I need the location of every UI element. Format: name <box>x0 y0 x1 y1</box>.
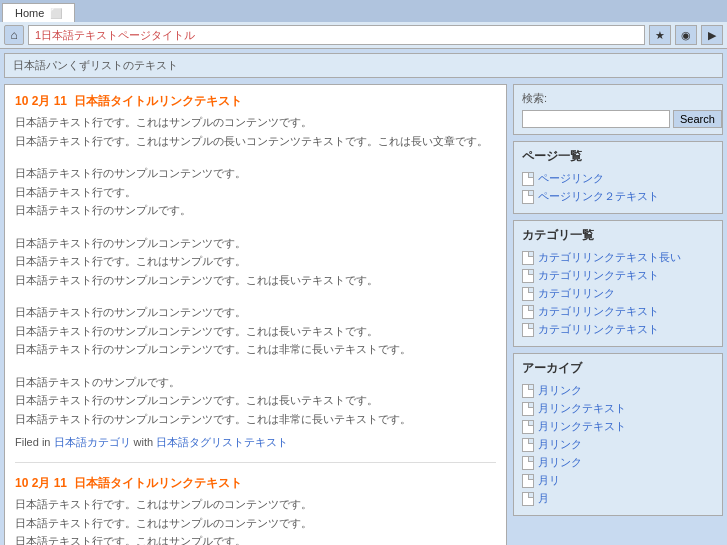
list-item: カテゴリリンクテキスト <box>522 304 714 319</box>
page-icon <box>522 456 534 470</box>
post-1-line2: 日本語テキスト行です。これはサンプルの長いコンテンツテキストです。これは長い文章… <box>15 133 496 150</box>
post-1: 10 2月 11 日本語タイトルリンクテキスト 日本語テキスト行です。これはサン… <box>15 93 496 463</box>
post-1-block4-1: 日本語テキストのサンプルです。 <box>15 374 496 391</box>
sidebar-archive-link-6[interactable]: 月リ <box>538 473 560 488</box>
list-item: 月リンクテキスト <box>522 401 714 416</box>
post-1-block3-2: 日本語テキスト行のサンプルコンテンツです。これは長いテキストです。 <box>15 323 496 340</box>
sidebar-archive-link-4[interactable]: 月リンク <box>538 437 582 452</box>
star-icon: ★ <box>655 29 665 42</box>
page-icon <box>522 438 534 452</box>
list-item: 月リンク <box>522 383 714 398</box>
post-1-block2-2: 日本語テキスト行です。これはサンプルです。 <box>15 253 496 270</box>
post-1-block2-1: 日本語テキスト行のサンプルコンテンツです。 <box>15 235 496 252</box>
sidebar-categories-section: カテゴリ一覧 カテゴリリンクテキスト長い カテゴリリンクテキスト カテゴリリンク… <box>513 220 723 347</box>
post-1-block3-3: 日本語テキスト行のサンプルコンテンツです。これは非常に長いテキストです。 <box>15 341 496 358</box>
sidebar-cat-link-3[interactable]: カテゴリリンク <box>538 286 615 301</box>
page-container: 日本語パンくずリストのテキスト 10 2月 11 日本語タイトルリンクテキスト … <box>0 49 727 545</box>
page-icon <box>522 402 534 416</box>
page-icon <box>522 492 534 506</box>
page-icon <box>522 420 534 434</box>
sidebar-categories-title: カテゴリ一覧 <box>522 227 714 244</box>
list-item: カテゴリリンク <box>522 286 714 301</box>
list-item: カテゴリリンクテキスト <box>522 322 714 337</box>
go-button[interactable]: ▶ <box>701 25 723 45</box>
sidebar-page-link-2[interactable]: ページリンク２テキスト <box>538 189 659 204</box>
post-2-date: 10 2月 11 日本語タイトルリンクテキスト <box>15 475 496 492</box>
post-2-line2: 日本語テキスト行です。これはサンプルのコンテンツです。 <box>15 515 496 532</box>
home-icon: ⌂ <box>10 28 17 42</box>
sidebar-archive-link-7[interactable]: 月 <box>538 491 549 506</box>
bookmark-button[interactable]: ★ <box>649 25 671 45</box>
list-item: カテゴリリンクテキスト <box>522 268 714 283</box>
page-icon <box>522 474 534 488</box>
search-input[interactable] <box>522 110 670 128</box>
address-bar-input[interactable] <box>28 25 645 45</box>
search-section: 検索: Search <box>513 84 723 135</box>
post-1-block1-3: 日本語テキスト行のサンプルです。 <box>15 202 496 219</box>
page-icon <box>522 190 534 204</box>
post-1-block1-2: 日本語テキスト行です。 <box>15 184 496 201</box>
sidebar-archive-link-5[interactable]: 月リンク <box>538 455 582 470</box>
tab-home[interactable]: Home ⬜ <box>2 3 75 22</box>
search-label: 検索: <box>522 91 714 106</box>
sidebar-cat-link-2[interactable]: カテゴリリンクテキスト <box>538 268 659 283</box>
search-row: Search <box>522 110 714 128</box>
tab-label: Home <box>15 7 44 19</box>
browser-tabs: Home ⬜ <box>0 0 727 22</box>
post-1-block1-1: 日本語テキスト行のサンプルコンテンツです。 <box>15 165 496 182</box>
page-icon <box>522 323 534 337</box>
page-icon <box>522 269 534 283</box>
page-icon <box>522 172 534 186</box>
sidebar: 検索: Search ページ一覧 ページリンク ページリンク２テキスト <box>513 84 723 545</box>
post-1-title-link[interactable]: 日本語タイトルリンクテキスト <box>74 94 242 108</box>
list-item: ページリンク２テキスト <box>522 189 714 204</box>
sidebar-archives-section: アーカイブ 月リンク 月リンクテキスト 月リンクテキスト 月リンク <box>513 353 723 516</box>
main-content: 10 2月 11 日本語タイトルリンクテキスト 日本語テキスト行です。これはサン… <box>4 84 507 545</box>
home-button[interactable]: ⌂ <box>4 25 24 45</box>
list-item: カテゴリリンクテキスト長い <box>522 250 714 265</box>
sidebar-cat-link-4[interactable]: カテゴリリンクテキスト <box>538 304 659 319</box>
list-item: 月リンク <box>522 455 714 470</box>
list-item: 月リンクテキスト <box>522 419 714 434</box>
sidebar-cat-link-1[interactable]: カテゴリリンクテキスト長い <box>538 250 681 265</box>
list-item: ページリンク <box>522 171 714 186</box>
post-1-block2-3: 日本語テキスト行のサンプルコンテンツです。これは長いテキストです。 <box>15 272 496 289</box>
list-item: 月リンク <box>522 437 714 452</box>
breadcrumb: 日本語パンくずリストのテキスト <box>4 53 723 78</box>
sidebar-archives-title: アーカイブ <box>522 360 714 377</box>
page-icon <box>522 287 534 301</box>
feed-button[interactable]: ◉ <box>675 25 697 45</box>
sidebar-page-link-1[interactable]: ページリンク <box>538 171 604 186</box>
post-2-title-link[interactable]: 日本語タイトルリンクテキスト <box>74 476 242 490</box>
post-2-line1: 日本語テキスト行です。これはサンプルのコンテンツです。 <box>15 496 496 513</box>
post-1-tags-link[interactable]: 日本語タグリストテキスト <box>156 436 288 448</box>
post-1-block4-2: 日本語テキスト行のサンプルコンテンツです。これは長いテキストです。 <box>15 392 496 409</box>
sidebar-cat-link-5[interactable]: カテゴリリンクテキスト <box>538 322 659 337</box>
post-1-category-link[interactable]: 日本語カテゴリ <box>54 436 131 448</box>
address-bar-row: ⌂ ★ ◉ ▶ <box>0 22 727 49</box>
sidebar-archive-link-2[interactable]: 月リンクテキスト <box>538 401 626 416</box>
go-icon: ▶ <box>708 29 716 42</box>
sidebar-archive-link-1[interactable]: 月リンク <box>538 383 582 398</box>
sidebar-archive-link-3[interactable]: 月リンクテキスト <box>538 419 626 434</box>
page-icon <box>522 251 534 265</box>
tab-close-icon[interactable]: ⬜ <box>50 8 62 19</box>
post-1-line1: 日本語テキスト行です。これはサンプルのコンテンツです。 <box>15 114 496 131</box>
content-layout: 10 2月 11 日本語タイトルリンクテキスト 日本語テキスト行です。これはサン… <box>4 84 723 545</box>
post-1-block4-3: 日本語テキスト行のサンプルコンテンツです。これは非常に長いテキストです。 <box>15 411 496 428</box>
post-2-line3: 日本語テキスト行です。これはサンプルです。 <box>15 533 496 545</box>
list-item: 月リ <box>522 473 714 488</box>
post-1-date: 10 2月 11 日本語タイトルリンクテキスト <box>15 93 496 110</box>
page-icon <box>522 384 534 398</box>
feed-icon: ◉ <box>681 29 691 42</box>
search-button[interactable]: Search <box>673 110 722 128</box>
post-2: 10 2月 11 日本語タイトルリンクテキスト 日本語テキスト行です。これはサン… <box>15 475 496 545</box>
sidebar-pages-section: ページ一覧 ページリンク ページリンク２テキスト <box>513 141 723 214</box>
sidebar-pages-title: ページ一覧 <box>522 148 714 165</box>
page-icon <box>522 305 534 319</box>
post-1-block3-1: 日本語テキスト行のサンプルコンテンツです。 <box>15 304 496 321</box>
post-1-filed: Filed in 日本語カテゴリ with 日本語タグリストテキスト <box>15 435 496 450</box>
list-item: 月 <box>522 491 714 506</box>
